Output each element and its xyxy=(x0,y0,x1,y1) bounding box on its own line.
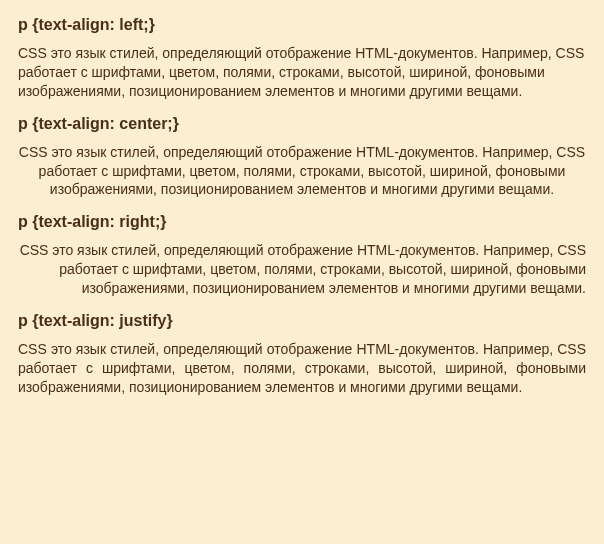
code-heading-justify: p {text-align: justify} xyxy=(18,312,586,330)
code-heading-left: p {text-align: left;} xyxy=(18,16,586,34)
code-heading-center: p {text-align: center;} xyxy=(18,115,586,133)
example-paragraph-left: CSS это язык стилей, определяющий отобра… xyxy=(18,44,586,101)
example-paragraph-justify: CSS это язык стилей, определяющий отобра… xyxy=(18,340,586,397)
example-paragraph-right: CSS это язык стилей, определяющий отобра… xyxy=(18,241,586,298)
example-paragraph-center: CSS это язык стилей, определяющий отобра… xyxy=(18,143,586,200)
code-heading-right: p {text-align: right;} xyxy=(18,213,586,231)
